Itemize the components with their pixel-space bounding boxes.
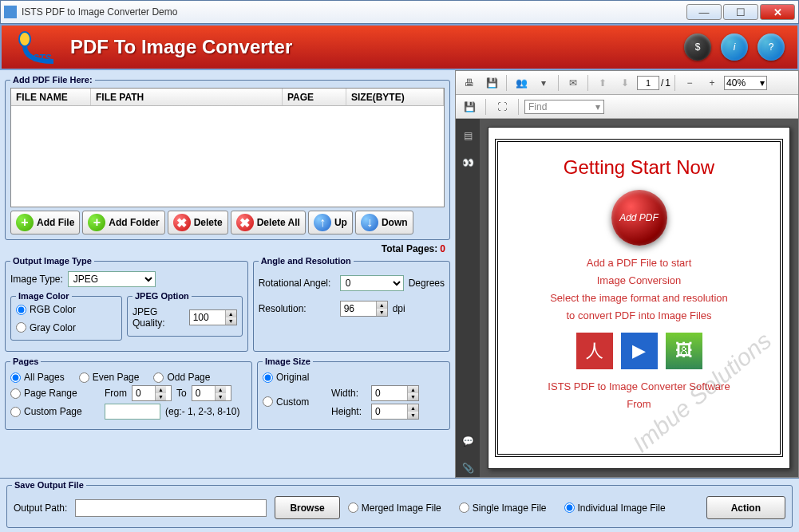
add-file-button[interactable]: +Add File [10, 211, 80, 234]
individual-radio[interactable]: Individual Image File [564, 502, 666, 514]
save-preview-button[interactable]: 💾 [481, 73, 502, 93]
preview-line: Add a PDF File to start [511, 257, 767, 269]
custom-size-radio[interactable]: Custom [263, 396, 309, 408]
app-title: PDF To Image Converter [70, 36, 292, 58]
info-button[interactable]: i [721, 33, 748, 61]
dollar-icon: $ [695, 41, 701, 53]
preview-line: to convert PDF into Image Files [511, 309, 767, 321]
down-arrow-icon: ⬇ [621, 77, 629, 89]
output-path-label: Output Path: [14, 502, 67, 514]
page-down-button[interactable]: ⬇ [615, 73, 635, 93]
pages-group: Pages All Pages Even Page Odd Page Page … [5, 357, 252, 430]
single-radio[interactable]: Single Image File [459, 502, 547, 514]
image-size-group: Image Size Original Custom Width:▲▼ Heig… [257, 357, 450, 430]
info-icon: i [734, 41, 736, 53]
save-button-2[interactable]: 💾 [459, 97, 480, 116]
envelope-icon: ✉ [569, 77, 577, 89]
rot-label: Rotational Angel: [259, 278, 335, 289]
page-up-button[interactable]: ⬆ [592, 73, 613, 93]
pages-panel-button[interactable]: ▤ [459, 127, 477, 144]
action-button[interactable]: Action [706, 496, 785, 519]
attachments-panel-button[interactable]: 📎 [459, 459, 477, 477]
col-page[interactable]: PAGE [283, 89, 346, 105]
preview-page[interactable]: Getting Start Now Add PDF Add a PDF File… [488, 127, 790, 469]
browse-button[interactable]: Browse [275, 496, 339, 519]
zoom-select[interactable]: 40%▾ [724, 76, 767, 90]
merged-radio[interactable]: Merged Image File [348, 502, 441, 514]
plus-icon: + [88, 214, 105, 231]
mail-button[interactable]: ✉ [563, 73, 583, 93]
buy-button[interactable]: $ [684, 33, 711, 61]
gray-radio[interactable]: Gray Color [16, 322, 76, 333]
image-type-select[interactable]: JPEG [68, 271, 156, 287]
save-output-group: Save Output File Output Path: Browse Mer… [6, 480, 793, 528]
add-folder-button[interactable]: +Add Folder [82, 211, 164, 234]
delete-button[interactable]: ✖Delete [168, 211, 228, 234]
res-unit: dpi [393, 303, 405, 314]
app-header: STS PDF To Image Converter $ i ? [0, 24, 799, 70]
rotational-angle-select[interactable]: 0 [340, 275, 404, 291]
zoom-in-button[interactable]: + [702, 73, 722, 93]
width-spinner[interactable]: ▲▼ [371, 385, 419, 401]
page-to-spinner[interactable]: ▲▼ [192, 385, 231, 401]
plus-icon: + [16, 214, 34, 231]
original-size-radio[interactable]: Original [263, 372, 309, 383]
minus-icon: − [687, 77, 693, 89]
dropdown-button[interactable]: ▾ [533, 73, 554, 93]
image-icon: 🖼 [666, 333, 702, 369]
delete-all-button[interactable]: ✖Delete All [231, 211, 306, 234]
angle-resolution-group: Angle and Resolution Rotational Angel: 0… [253, 256, 450, 352]
preview-toolbar-2: 💾 ⛶ Find▾ [456, 95, 798, 119]
total-pages-value: 0 [440, 243, 445, 254]
move-up-button[interactable]: ↑Up [308, 211, 353, 234]
chevron-down-icon: ▾ [595, 101, 600, 112]
page-range-radio[interactable]: Page Range [10, 388, 90, 399]
custom-page-radio[interactable]: Custom Page [10, 406, 90, 417]
output-path-input[interactable] [75, 499, 267, 517]
file-table[interactable]: FILE NAME FILE PATH PAGE SIZE(BYTE) [10, 88, 445, 207]
up-arrow-icon: ↑ [314, 214, 331, 231]
preview-toolbar-1: 🖶 💾 👥 ▾ ✉ ⬆ ⬇ / 1 − + 40%▾ [456, 71, 798, 95]
find-input[interactable]: Find▾ [524, 100, 604, 114]
paperclip-icon: 📎 [462, 463, 474, 474]
page-current-input[interactable] [637, 76, 659, 90]
print-button[interactable]: 🖶 [459, 73, 480, 93]
preview-sidebar: ▤ 👀 💬 📎 [456, 119, 480, 477]
page-sep: / [661, 77, 663, 89]
even-page-radio[interactable]: Even Page [79, 372, 140, 383]
maximize-button[interactable]: ☐ [723, 4, 758, 20]
help-button[interactable]: ? [757, 33, 785, 61]
minimize-button[interactable]: — [686, 4, 722, 20]
jpeg-quality-spinner[interactable]: ▲▼ [189, 309, 237, 325]
all-pages-radio[interactable]: All Pages [10, 372, 65, 383]
rgb-radio[interactable]: RGB Color [16, 304, 76, 315]
custom-page-input[interactable] [105, 404, 160, 420]
col-size[interactable]: SIZE(BYTE) [346, 89, 444, 105]
res-label: Resolution: [259, 303, 335, 314]
collab-button[interactable]: 👥 [511, 73, 532, 93]
zoom-out-button[interactable]: − [679, 73, 700, 93]
image-color-group: Image Color RGB Color Gray Color [10, 291, 122, 341]
window-titlebar: ISTS PDF to Image Converter Demo — ☐ ✕ [0, 0, 799, 24]
move-down-button[interactable]: ↓Down [355, 211, 413, 234]
jpeg-quality-label: JPEG Quality: [133, 306, 184, 329]
height-spinner[interactable]: ▲▼ [371, 404, 419, 420]
bookmarks-panel-button[interactable]: 👀 [459, 154, 477, 171]
odd-page-radio[interactable]: Odd Page [153, 372, 210, 383]
preview-pane: 🖶 💾 👥 ▾ ✉ ⬆ ⬇ / 1 − + 40%▾ 💾 ⛶ Find▾ [455, 70, 799, 478]
app-icon [4, 6, 17, 18]
people-icon: 👥 [516, 77, 528, 89]
pdf-icon: 人 [576, 333, 613, 369]
fit-button[interactable]: ⛶ [492, 97, 512, 116]
rot-unit: Degrees [409, 278, 445, 289]
image-type-label: Image Type: [10, 274, 63, 285]
comments-panel-button[interactable]: 💬 [459, 432, 477, 450]
chevron-down-icon: ▾ [541, 77, 546, 89]
page-from-spinner[interactable]: ▲▼ [132, 385, 172, 401]
svg-text:STS: STS [33, 53, 51, 64]
custom-page-hint: (eg:- 1, 2-3, 8-10) [165, 406, 239, 417]
col-filename[interactable]: FILE NAME [11, 89, 91, 105]
close-button[interactable]: ✕ [760, 4, 795, 20]
resolution-spinner[interactable]: ▲▼ [340, 301, 388, 317]
col-filepath[interactable]: FILE PATH [91, 89, 283, 105]
